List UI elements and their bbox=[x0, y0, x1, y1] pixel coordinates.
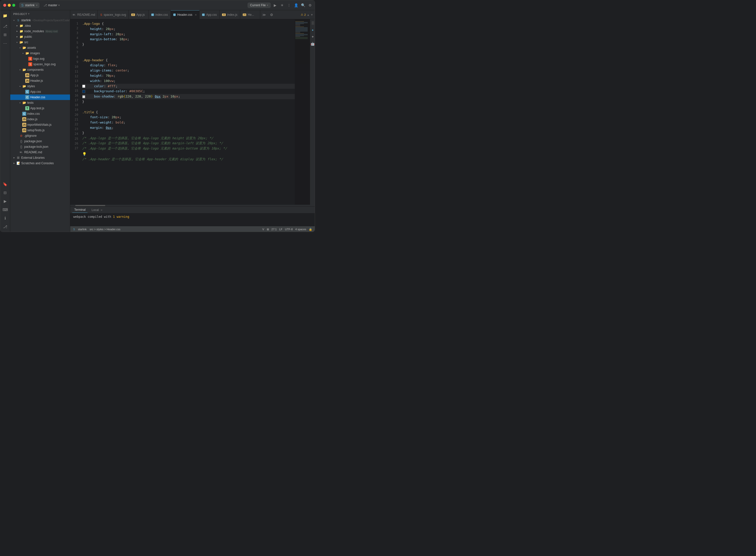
status-indent-icon[interactable]: ⊞ bbox=[266, 228, 270, 231]
tab-icon: M↓ bbox=[73, 13, 76, 16]
sidebar-item-logo-svg[interactable]: S logo.svg bbox=[10, 56, 70, 62]
tree-arrow-placeholder bbox=[18, 117, 22, 121]
status-indent[interactable]: 4 spaces bbox=[294, 228, 307, 231]
sidebar-item-header-css[interactable]: C Header.css bbox=[10, 95, 70, 100]
activity-git-bottom-icon[interactable]: ⎇ bbox=[2, 223, 9, 230]
debug-icon[interactable]: ☀ bbox=[280, 3, 284, 7]
tab-spacex-svg[interactable]: S spacex_logo.svg bbox=[98, 10, 129, 19]
tab-readme[interactable]: M↓ README.md bbox=[70, 10, 98, 19]
sidebar-item-index-css[interactable]: C index.css bbox=[10, 111, 70, 116]
tab-he[interactable]: JS He... bbox=[240, 10, 260, 19]
local-tab[interactable]: Local ✕ bbox=[90, 207, 104, 213]
account-icon[interactable]: 👤 bbox=[294, 3, 298, 7]
sidebar-item-public[interactable]: 📁 public bbox=[10, 34, 70, 39]
sidebar-item-gitignore[interactable]: ⊘ .gitignore bbox=[10, 133, 70, 139]
sidebar-item-package-lock-json[interactable]: {} package-lock.json bbox=[10, 144, 70, 149]
search-icon[interactable]: 🔍 bbox=[301, 3, 305, 7]
activity-terminal-icon[interactable]: ⌨ bbox=[2, 206, 9, 213]
sidebar-item-styles[interactable]: 📂 styles bbox=[10, 83, 70, 89]
sidebar-item-label: index.js bbox=[27, 117, 37, 121]
terminal-tab[interactable]: Terminal bbox=[72, 207, 88, 213]
status-encoding[interactable]: UTF-8 bbox=[284, 228, 294, 231]
code-line-27: /* .App-header 是一个选择器, 它会将 App-header 元素… bbox=[82, 157, 295, 162]
activity-project-icon[interactable]: 📁 bbox=[2, 12, 9, 19]
root-icon: S bbox=[16, 18, 20, 22]
branch-name: master bbox=[48, 3, 57, 7]
sidebar-item-readme-md[interactable]: M↓ README.md bbox=[10, 149, 70, 155]
tree-arrow-placeholder bbox=[21, 90, 25, 94]
maximize-button[interactable] bbox=[12, 4, 15, 7]
activity-info-icon[interactable]: ℹ bbox=[2, 215, 9, 222]
sidebar-item-setup-tests[interactable]: JS setupTests.js bbox=[10, 128, 70, 133]
sidebar-item-app-css[interactable]: C App.css bbox=[10, 89, 70, 95]
code-line-10: align-items: center; bbox=[82, 68, 295, 73]
sidebar-item-external-libraries[interactable]: 🏛 External Libraries bbox=[10, 155, 70, 161]
sidebar-item-app-js[interactable]: JS App.js bbox=[10, 72, 70, 78]
status-project[interactable]: S bbox=[72, 228, 76, 231]
current-file-button[interactable]: Current File ▾ bbox=[247, 2, 271, 8]
cursor-pos-label: 27:1 bbox=[272, 228, 277, 231]
editor-content: 12345 678910 1112131415 1617181920 21222… bbox=[70, 19, 315, 205]
sidebar-item-header-js[interactable]: JS Header.js bbox=[10, 78, 70, 83]
project-selector[interactable]: S starlink ▾ bbox=[19, 2, 39, 8]
more-actions-icon[interactable]: ⋮ bbox=[287, 3, 291, 7]
terminal-tab-label: Terminal bbox=[74, 208, 85, 211]
sidebar-item-label: src bbox=[24, 40, 28, 44]
branch-selector[interactable]: ⎇ master ▾ bbox=[41, 3, 62, 8]
code-line-15: box-shadow: rgb(220, 220, 220) 0px 2px 1… bbox=[82, 94, 295, 99]
status-cursor[interactable]: 27:1 bbox=[271, 228, 278, 231]
status-v-icon[interactable]: V bbox=[261, 228, 265, 231]
sidebar-item-report-web-vitals[interactable]: JS reportWebVitals.js bbox=[10, 122, 70, 128]
sidebar-item-tests[interactable]: 📂 tests bbox=[10, 100, 70, 105]
activity-git-icon[interactable]: ⎇ bbox=[2, 23, 9, 30]
tab-app-css[interactable]: C App.css bbox=[200, 10, 219, 19]
sidebar-item-package-json[interactable]: {} package.json bbox=[10, 139, 70, 144]
sidebar-item-images[interactable]: 📂 images bbox=[10, 50, 70, 56]
run-icon[interactable]: ▶ bbox=[273, 3, 277, 7]
close-button[interactable] bbox=[3, 4, 6, 7]
status-lock-icon[interactable]: 🔒 bbox=[308, 228, 313, 231]
sidebar-item-starlink-root[interactable]: S starlink ~/Desktop/Projects/SpaceX/Cod… bbox=[10, 18, 70, 23]
robot-icon[interactable]: 🤖 bbox=[310, 42, 315, 46]
code-editor[interactable]: .App-logo { height: 28px; margin-left: 2… bbox=[80, 19, 295, 205]
activity-more-icon[interactable]: ⋯ bbox=[2, 40, 9, 47]
sidebar-item-components[interactable]: 📂 components bbox=[10, 67, 70, 72]
tab-app-js[interactable]: JS App.js bbox=[129, 10, 149, 19]
sidebar-header-chevron-icon: ▾ bbox=[28, 12, 30, 15]
line-numbers: 12345 678910 1112131415 1617181920 21222… bbox=[70, 19, 80, 205]
ai-icon[interactable]: ✦ bbox=[311, 35, 314, 39]
tree-arrow-placeholder bbox=[24, 57, 28, 61]
sidebar-item-node-modules[interactable]: 📁 node_modules library root bbox=[10, 29, 70, 34]
sidebar-item-index-js[interactable]: JS index.js bbox=[10, 116, 70, 122]
tab-overflow-button[interactable]: ≫ bbox=[260, 13, 268, 17]
sidebar-content[interactable]: S starlink ~/Desktop/Projects/SpaceX/Cod… bbox=[10, 18, 70, 232]
local-tab-close-icon[interactable]: ✕ bbox=[101, 209, 103, 211]
svg-icon: S bbox=[28, 57, 32, 61]
activity-bookmark2-icon[interactable]: ⊟ bbox=[2, 189, 9, 196]
tab-index-js[interactable]: JS index.js bbox=[219, 10, 240, 19]
activity-bookmark-icon[interactable]: 🔖 bbox=[2, 181, 9, 188]
sidebar-item-assets[interactable]: 📂 assets bbox=[10, 45, 70, 50]
settings-icon[interactable]: ⚙ bbox=[308, 3, 312, 7]
tab-header-css[interactable]: C Header.css ✕ bbox=[171, 10, 200, 19]
tree-arrow-placeholder bbox=[15, 139, 19, 143]
horizontal-scrollbar[interactable] bbox=[70, 205, 315, 206]
status-branch[interactable]: starlink bbox=[77, 228, 88, 231]
status-line-ending[interactable]: LF bbox=[278, 228, 283, 231]
tab-index-css[interactable]: C index.css bbox=[149, 10, 171, 19]
tab-close-icon[interactable]: ✕ bbox=[195, 13, 197, 16]
sidebar-item-app-test-js[interactable]: T App.test.js bbox=[10, 105, 70, 111]
activity-run-icon[interactable]: ▶ bbox=[2, 198, 9, 205]
sidebar-item-spacex-logo-svg[interactable]: S spacex_logo.svg bbox=[10, 62, 70, 67]
sidebar-item-src[interactable]: 📂 src bbox=[10, 39, 70, 45]
status-path[interactable]: src > styles > Header.css bbox=[89, 228, 122, 231]
minimize-button[interactable] bbox=[8, 4, 11, 7]
db-icon[interactable]: 🗄 bbox=[311, 21, 314, 25]
sidebar-item-scratches[interactable]: 📝 Scratches and Consoles bbox=[10, 161, 70, 166]
sidebar-item-idea[interactable]: 📁 .idea bbox=[10, 23, 70, 29]
sidebar-item-label: App.js bbox=[30, 73, 38, 77]
circle-icon[interactable]: ● bbox=[312, 28, 313, 32]
tab-settings-icon[interactable]: ⚙ bbox=[268, 13, 275, 17]
warnings-badge[interactable]: ⚠ 2 ▲ ▼ bbox=[299, 13, 315, 16]
activity-structure-icon[interactable]: ⊞ bbox=[2, 31, 9, 38]
